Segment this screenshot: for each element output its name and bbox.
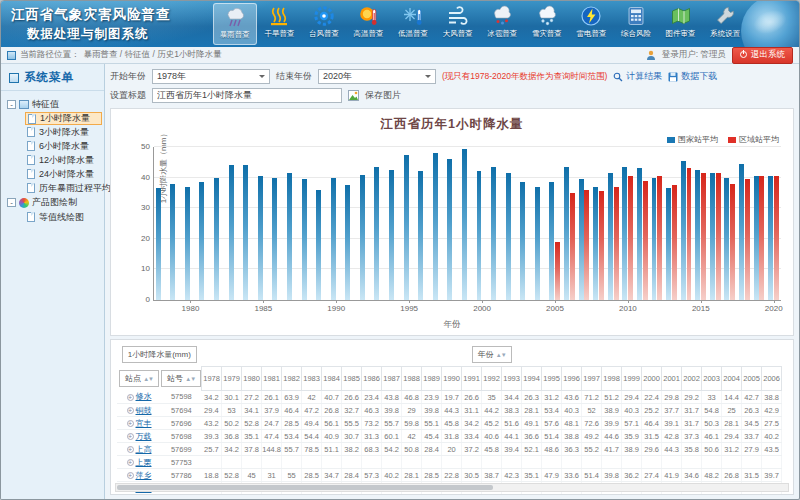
tree-leaf[interactable]: 3小时降水量: [27, 125, 102, 139]
year-column-header[interactable]: 1994: [522, 367, 542, 391]
nav-item-map-review[interactable]: 图件审查: [659, 3, 703, 45]
nav-item-typhoon[interactable]: 台风普查: [302, 3, 346, 45]
year-column-header[interactable]: 2001: [662, 367, 682, 391]
value-cell: 31.5: [742, 469, 762, 482]
year-column-header[interactable]: 1990: [442, 367, 462, 391]
tree-leaf[interactable]: 等值线绘图: [27, 210, 102, 224]
value-cell: 39.8: [422, 404, 442, 417]
year-column-header[interactable]: 2003: [702, 367, 722, 391]
expand-icon[interactable]: +: [127, 446, 134, 453]
logout-button[interactable]: 退出系统: [732, 47, 793, 64]
value-cell: 46.4: [642, 417, 662, 430]
nav-item-lightning[interactable]: 雷电普查: [570, 3, 614, 45]
year-column-header[interactable]: 1981: [262, 367, 282, 391]
nav-item-low-temp[interactable]: 低温普查: [391, 3, 435, 45]
station-cell: +萍乡: [117, 469, 161, 482]
expand-icon[interactable]: +: [127, 407, 134, 414]
tree-leaf[interactable]: 12小时降水量: [27, 153, 102, 167]
y-tick-label: 10: [141, 264, 150, 273]
nav-item-high-temp[interactable]: 高温普查: [347, 3, 391, 45]
calculate-button[interactable]: 计算结果: [613, 70, 662, 83]
expand-icon[interactable]: +: [127, 459, 134, 466]
year-column-header[interactable]: 1984: [322, 367, 342, 391]
station-link[interactable]: 铜鼓: [136, 406, 152, 415]
year-column-header[interactable]: 1998: [602, 367, 622, 391]
station-link[interactable]: 宜丰: [136, 419, 152, 428]
year-column-header[interactable]: 1989: [422, 367, 442, 391]
save-image-button[interactable]: 保存图片: [365, 89, 401, 102]
station-link[interactable]: 萍乡: [136, 471, 152, 480]
year-column-header[interactable]: 1997: [582, 367, 602, 391]
nav-item-label: 系统设置: [710, 29, 740, 39]
value-cell: 51.4: [582, 469, 602, 482]
year-column-header[interactable]: 1978: [202, 367, 222, 391]
tree-leaf[interactable]: 6小时降水量: [27, 139, 102, 153]
tree-group[interactable]: -产品图绘制: [7, 195, 102, 210]
data-table-panel: 1小时降水量(mm)年份 ▲▼站点 ▲▼站号 ▲▼197819791980198…: [110, 339, 794, 495]
year-column-header[interactable]: 1992: [482, 367, 502, 391]
expand-icon[interactable]: +: [127, 472, 134, 479]
collapse-icon[interactable]: -: [7, 198, 16, 207]
year-column-header[interactable]: 1987: [382, 367, 402, 391]
station-cell: +修水: [117, 391, 161, 404]
station-link[interactable]: 修水: [136, 392, 152, 401]
year-column-header[interactable]: 2006: [762, 367, 782, 391]
nav-item-gale[interactable]: 大风普查: [436, 3, 480, 45]
station-link[interactable]: 上栗: [136, 458, 152, 467]
value-cell: 26.3: [522, 391, 542, 404]
year-sort-header[interactable]: 年份 ▲▼: [202, 344, 782, 367]
horizontal-scrollbar[interactable]: [115, 483, 789, 492]
expand-icon[interactable]: +: [127, 433, 134, 440]
year-column-header[interactable]: 1996: [562, 367, 582, 391]
tree-leaf[interactable]: 24小时降水量: [27, 167, 102, 181]
legend-item[interactable]: 国家站平均: [667, 134, 718, 145]
value-cell: 45.8: [482, 443, 502, 456]
nav-item-rainstorm[interactable]: 暴雨普查: [213, 3, 257, 45]
value-cell: 38.7: [482, 469, 502, 482]
precip-table: 1小时降水量(mm)年份 ▲▼站点 ▲▼站号 ▲▼197819791980198…: [117, 344, 782, 495]
year-column-header[interactable]: 2005: [742, 367, 762, 391]
station-link[interactable]: 上高: [136, 445, 152, 454]
station-link[interactable]: 万载: [136, 432, 152, 441]
scrollbar-thumb[interactable]: [117, 485, 493, 490]
tree-group[interactable]: -特征值: [7, 97, 102, 112]
collapse-icon[interactable]: -: [7, 100, 16, 109]
year-column-header[interactable]: 2004: [722, 367, 742, 391]
nav-item-system-settings[interactable]: 系统设置: [703, 3, 747, 45]
year-column-header[interactable]: 2000: [642, 367, 662, 391]
expand-icon[interactable]: +: [127, 394, 134, 401]
year-column-header[interactable]: 1985: [342, 367, 362, 391]
year-column-header[interactable]: 1986: [362, 367, 382, 391]
year-column-header[interactable]: 1995: [542, 367, 562, 391]
nav-item-hail[interactable]: 冰雹普查: [480, 3, 524, 45]
year-column-header[interactable]: 1988: [402, 367, 422, 391]
year-column-header[interactable]: 2002: [682, 367, 702, 391]
download-button[interactable]: 数据下载: [668, 70, 717, 83]
bar-national: [666, 188, 671, 300]
year-column-header[interactable]: 1982: [282, 367, 302, 391]
end-year-select[interactable]: 2020年: [318, 69, 436, 84]
value-cell: 33.4: [462, 430, 482, 443]
tree-leaf[interactable]: 1小时降水量: [25, 112, 102, 125]
page-icon: [27, 155, 35, 165]
nav-item-snow[interactable]: 雪灾普查: [525, 3, 569, 45]
year-column-header[interactable]: 1979: [222, 367, 242, 391]
year-column-header[interactable]: 1993: [502, 367, 522, 391]
year-column-header[interactable]: 1991: [462, 367, 482, 391]
expand-icon[interactable]: +: [127, 420, 134, 427]
start-year-select[interactable]: 1978年: [152, 69, 270, 84]
year-column-header[interactable]: 1983: [302, 367, 322, 391]
legend-item[interactable]: 区域站平均: [728, 134, 779, 145]
id-sort-header[interactable]: 站号 ▲▼: [161, 367, 202, 391]
page-icon: [27, 212, 35, 222]
year-column-header[interactable]: 1999: [622, 367, 642, 391]
value-cell: [662, 456, 682, 469]
nav-item-drought[interactable]: 干旱普查: [258, 3, 302, 45]
comprehensive-risk-icon: [625, 5, 647, 27]
chart-title-input[interactable]: [152, 88, 342, 103]
nav-item-comprehensive-risk[interactable]: 综合风险: [614, 3, 658, 45]
value-cell: 20: [442, 443, 462, 456]
tree-leaf[interactable]: 历年暴雨过程平均强度: [27, 181, 102, 195]
year-column-header[interactable]: 1980: [242, 367, 262, 391]
station-sort-header[interactable]: 站点 ▲▼: [117, 367, 161, 391]
